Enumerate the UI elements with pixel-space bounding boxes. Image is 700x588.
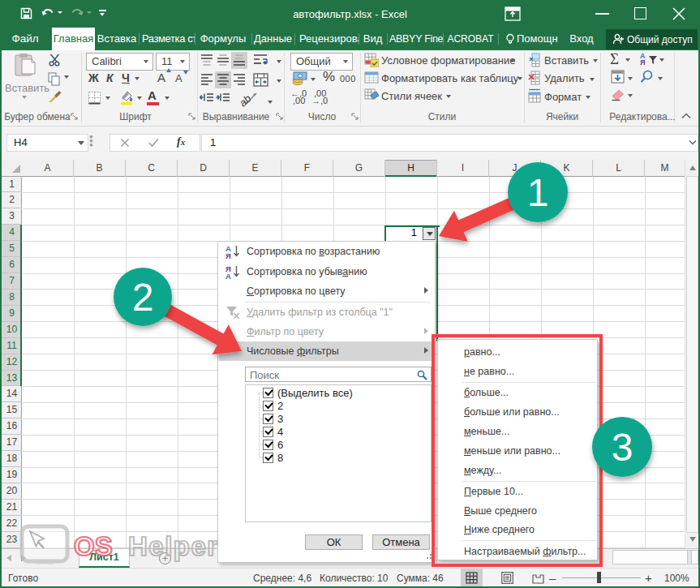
svg-text:OS: OS <box>74 531 113 561</box>
svg-text:Я: Я <box>225 251 231 260</box>
svg-text:ab: ab <box>237 92 254 109</box>
svg-text:Helper: Helper <box>128 531 219 561</box>
svg-text:А: А <box>225 271 231 279</box>
